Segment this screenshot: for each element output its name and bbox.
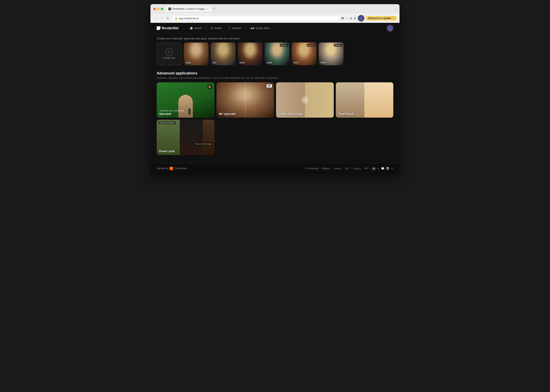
character-card-jane[interactable]: Jane xyxy=(238,42,263,65)
character-card-jim[interactable]: Jim xyxy=(211,42,236,65)
lock-icon: 🔒 xyxy=(175,17,178,20)
back-button[interactable]: ← xyxy=(153,16,158,20)
upscale-card[interactable]: 8K 8K Upscale xyxy=(216,82,274,118)
home-icon: 🏠 xyxy=(190,27,193,30)
poselock-label: Pose Lock xyxy=(159,149,175,153)
url-input[interactable]: 🔒 app.rendernet.ai xyxy=(172,16,340,21)
footer-privacy[interactable]: Privacy xyxy=(353,167,361,170)
truetouch-label: TrueTouch xyxy=(338,112,354,116)
truetouch-right xyxy=(364,82,393,118)
minimize-window-button[interactable] xyxy=(157,8,160,10)
footer-sep-5: | xyxy=(362,167,363,170)
poselock-main-char xyxy=(180,120,203,155)
backed-by-text: Backed by xyxy=(157,167,168,170)
narrator-figure xyxy=(178,95,193,118)
footer-sep-4: | xyxy=(351,167,352,170)
tab-bar: RenderNet: Create AI images × + ⌄ xyxy=(165,6,397,12)
logo-text: RenderNet xyxy=(162,26,179,30)
app-cards-row1: 🔇 Just type your script and Narrator 8K … xyxy=(157,82,393,118)
user-avatar[interactable]: 👤 xyxy=(358,15,364,21)
advanced-section-title: Advanced applications xyxy=(157,71,393,76)
tab-title: RenderNet: Create AI images xyxy=(172,7,205,10)
footer-credits[interactable]: Credits xyxy=(334,167,341,170)
bookmark-icon[interactable]: ☆ xyxy=(346,17,348,20)
nav-studio-label: Studio xyxy=(214,27,222,30)
create-new-card[interactable]: + Create new xyxy=(157,42,182,65)
forward-button[interactable]: → xyxy=(160,16,164,20)
studio-icon: ⊞ xyxy=(211,27,213,30)
download-icon[interactable]: ⬇ xyxy=(354,17,356,20)
character-card-josie[interactable]: Sample Josie xyxy=(265,42,290,65)
main-content: Create your character, generate any pose… xyxy=(150,34,400,163)
tab-list-chevron-icon[interactable]: ⌄ xyxy=(394,7,397,10)
character-card-alice[interactable]: Sample Alice xyxy=(319,42,343,65)
faceswap-label: Video face swap xyxy=(279,112,303,116)
footer-affiliate[interactable]: Affiliate xyxy=(322,167,329,170)
jim-name: Jim xyxy=(212,61,216,64)
create-plus-icon: + xyxy=(166,49,172,55)
combinator-text: Combinator xyxy=(174,167,187,170)
narrator-label: Narrator xyxy=(159,112,171,116)
app-content: RenderNet 🏠 Home ⊞ Studio ◻ Canvas xyxy=(150,23,400,173)
nav-quickstart-label: Quick Start xyxy=(256,27,269,30)
nav-links: 🏠 Home ⊞ Studio ◻ Canvas ▶▶ Quick Start xyxy=(187,25,387,31)
nav-quickstart[interactable]: ▶▶ Quick Start xyxy=(248,25,272,31)
nav-home-label: Home xyxy=(194,27,201,30)
footer-api[interactable]: API xyxy=(364,167,368,170)
selected-character-label: Selected character xyxy=(158,121,176,124)
maximize-window-button[interactable] xyxy=(161,8,163,10)
twitter-x-icon[interactable]: ✕ xyxy=(377,167,379,170)
address-bar: ← → ↻ 🔒 app.rendernet.ai ⬒ ☆ ⧉ ⬇ 👤 Relau… xyxy=(150,14,400,23)
nav-canvas-label: Canvas xyxy=(232,27,241,30)
yc-logo-icon: Y xyxy=(170,167,173,170)
character-card-jade[interactable]: Jade xyxy=(184,42,209,65)
close-window-button[interactable] xyxy=(153,8,156,10)
refresh-button[interactable]: ↻ xyxy=(166,16,170,20)
faceswap-card[interactable]: ⇄ Video face swap xyxy=(276,82,334,118)
nav-home[interactable]: 🏠 Home xyxy=(187,25,204,31)
josie-sample-badge: Sample xyxy=(280,44,288,47)
truetouch-card[interactable]: TrueTouch xyxy=(336,82,393,118)
truetouch-divider xyxy=(364,82,365,118)
poselock-card[interactable]: Selected character Pose Control Image Po… xyxy=(157,120,214,155)
user-profile-avatar[interactable]: 👤 xyxy=(387,25,393,32)
active-tab[interactable]: RenderNet: Create AI images × xyxy=(165,6,211,12)
upscale-8k-badge: 8K xyxy=(267,84,272,88)
footer-sep-3: | xyxy=(343,167,343,170)
pose-control-image-label: Pose Control Image xyxy=(194,142,213,145)
browser-action-buttons: ⬒ ☆ ⧉ ⬇ 👤 Relaunch to update ⋮ xyxy=(341,15,397,21)
nav-canvas[interactable]: ◻ Canvas xyxy=(226,25,244,31)
footer-links: © RenderNet | Affiliate | Credits | T&C … xyxy=(305,167,393,170)
discord-icon[interactable]: 💬 xyxy=(381,167,384,170)
browser-window: RenderNet: Create AI images × + ⌄ ← → ↻ … xyxy=(150,4,400,173)
relaunch-button[interactable]: Relaunch to update ⋮ xyxy=(366,16,397,21)
tab-close-button[interactable]: × xyxy=(207,8,208,10)
add-tab-button[interactable]: + xyxy=(212,7,216,11)
relaunch-menu-icon: ⋮ xyxy=(392,17,394,20)
narrator-sublabel: Just type your script and xyxy=(159,109,184,112)
logo-icon xyxy=(157,26,160,30)
reddit-icon[interactable]: 👽 xyxy=(386,167,389,170)
mute-icon: 🔇 xyxy=(207,84,212,89)
nav-sep-1 xyxy=(206,26,206,30)
instagram-icon[interactable]: 📷 xyxy=(372,167,375,170)
characters-intro: Create your character, generate any pose… xyxy=(157,34,393,42)
footer-sep-2: | xyxy=(331,167,332,170)
app-logo[interactable]: RenderNet xyxy=(157,26,179,30)
footer-tnc[interactable]: T&C xyxy=(345,167,349,170)
narrator-card[interactable]: 🔇 Just type your script and Narrator xyxy=(157,82,214,118)
swap-arrows-icon: ⇄ xyxy=(301,96,309,104)
character-card-sara[interactable]: Sample Sara xyxy=(292,42,316,65)
extensions-icon[interactable]: ⧉ xyxy=(350,17,352,20)
browser-traffic-lights xyxy=(153,8,163,10)
email-icon[interactable]: ✉ xyxy=(391,167,393,170)
nav-studio[interactable]: ⊞ Studio xyxy=(208,25,225,31)
footer-sep-1: | xyxy=(320,167,321,170)
canvas-icon: ◻ xyxy=(229,27,231,30)
cast-icon[interactable]: ⬒ xyxy=(341,17,344,20)
narrator-mic xyxy=(188,108,191,115)
alice-sample-badge: Sample xyxy=(334,44,342,47)
jade-name: Jade xyxy=(185,61,191,64)
relaunch-label: Relaunch to update xyxy=(368,17,391,20)
upscale-split xyxy=(245,82,245,118)
